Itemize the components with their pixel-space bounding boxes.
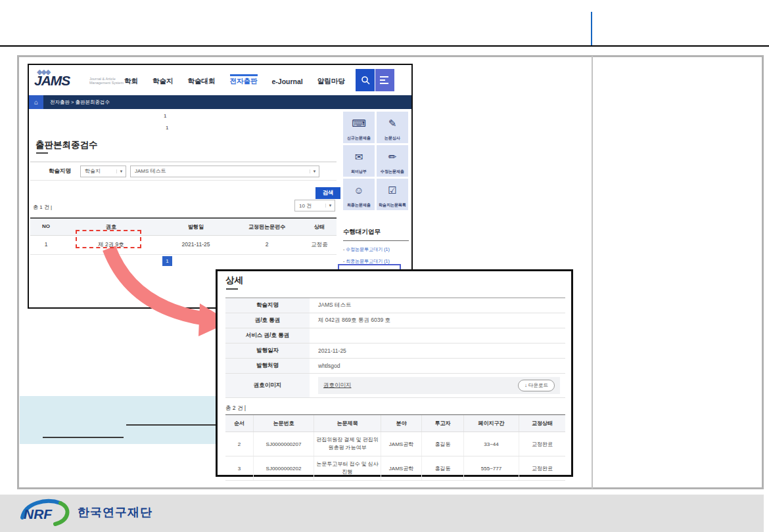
- chevron-down-icon: ▼: [116, 169, 126, 173]
- caret-mark: [591, 12, 592, 45]
- logo-text: JAMS: [34, 74, 70, 87]
- nav-item-notice[interactable]: 알림마당: [317, 74, 345, 86]
- chevron-down-icon: ▼: [310, 169, 319, 173]
- highlight-dashed-box: [76, 230, 141, 248]
- quick-menu: ⌨ 신규논문제출 ✎ 논문심사 ✉ 회비납부 ✏ 수정논문제출 ☺ 최종논문제출…: [343, 112, 410, 210]
- detail-fields-table: 학술지명 JAMS 테스트 권/호 통권 제 042권 869호 통권 6039…: [225, 298, 565, 398]
- keyboard-hand-icon: ⌨: [352, 112, 366, 135]
- tile-final-submission[interactable]: ☺ 최종논문제출: [343, 179, 375, 210]
- tile-new-submission[interactable]: ⌨ 신규논문제출: [343, 112, 375, 143]
- page-canvas: ◆◆◆ JAMS Journal & Article Management Sy…: [0, 0, 769, 532]
- bulb-pencil-icon: ✎: [388, 112, 397, 135]
- frame-column-divider: [592, 56, 593, 489]
- chevron-down-icon: ▼: [325, 204, 335, 208]
- articles-table: 순서 논문번호 논문제목 분야 투고자 페이지구간 교정상태 2 SJ00000…: [225, 414, 565, 481]
- field-service-volume: 서비스 권/호 통권: [225, 328, 565, 344]
- svg-text:NRF: NRF: [24, 506, 53, 521]
- field-publish-date: 발행일자 2021-11-25: [225, 344, 565, 359]
- page-title: 출판본최종검수: [35, 139, 98, 151]
- articles-table-header: 순서 논문번호 논문제목 분야 투고자 페이지구간 교정상태: [225, 414, 565, 432]
- journal-name-label: 학술지명: [49, 167, 71, 175]
- article-count: 총 2 건 |: [225, 405, 246, 412]
- breadcrumb: 전자출판 > 출판본최종검수: [50, 99, 110, 106]
- nav-item-hakhoe[interactable]: 학회: [124, 74, 138, 86]
- nav-item-ejeonjachulpan[interactable]: 전자출판: [230, 74, 258, 86]
- stray-mark-2: 1: [166, 125, 168, 131]
- article-row: 2 SJ0000000207 편집위원장 결제 및 편집위원총평 가능여부 JA…: [225, 432, 565, 456]
- faces-check-icon: ☺: [354, 179, 363, 202]
- pending-tasks: 수행대기업무 -수정논문투고대기 (1) -최종논문투고대기 (1): [343, 228, 409, 265]
- search-icon: [361, 76, 370, 85]
- note-underline-1: [126, 424, 216, 426]
- field-publisher: 발행처명 whtlsgod: [225, 359, 565, 374]
- logo-subtitle: Journal & Article Management System: [89, 77, 124, 85]
- field-volume-issue: 권/호 통권 제 042권 869호 통권 6039 호: [225, 313, 565, 328]
- journal-name-select[interactable]: JAMS 테스트 ▼: [130, 166, 319, 177]
- app-header: ◆◆◆ JAMS Journal & Article Management Sy…: [29, 65, 411, 95]
- stray-mark-1: 1: [164, 113, 166, 119]
- page-size-select[interactable]: 10 건 ▼: [294, 200, 335, 211]
- home-icon[interactable]: ⌂: [29, 95, 43, 109]
- nav-item-haksuldaehoe[interactable]: 학술대회: [188, 74, 216, 86]
- article-row: 3 SJ0000000202 논문투고부터 접수 및 심사 진행 JAMS공학 …: [225, 456, 565, 481]
- title-underline: [36, 152, 48, 154]
- note-underline-2: [43, 437, 124, 438]
- tile-paper-review[interactable]: ✎ 논문심사: [377, 112, 408, 143]
- hamburger-icon: [380, 76, 388, 78]
- popup-title-underline: [226, 288, 238, 290]
- red-arrow: [91, 244, 232, 346]
- result-count: 총 1 건 |: [33, 204, 52, 211]
- checklist-pencil-icon: ☑: [388, 179, 396, 202]
- nav-item-haksulji[interactable]: 학술지: [152, 74, 174, 86]
- search-submit-button[interactable]: 검색: [315, 187, 340, 199]
- journal-type-select[interactable]: 학술지 ▼: [80, 166, 126, 177]
- popup-title: 상세: [225, 275, 243, 286]
- jams-logo[interactable]: ◆◆◆ JAMS: [34, 69, 70, 87]
- file-strip: 권호이미지 ↓ 다운로드: [318, 377, 560, 394]
- nrf-logo: NRF 한국연구재단: [18, 498, 152, 527]
- search-form: 학술지명 학술지 ▼ JAMS 테스트 ▼: [30, 162, 337, 181]
- nrf-swoosh-icon: NRF: [18, 498, 72, 527]
- article-title-link[interactable]: 논문투고부터 접수 및 심사 진행: [314, 456, 381, 480]
- nav-item-ejournal[interactable]: e-Journal: [272, 75, 303, 85]
- tile-revised-submission[interactable]: ✏ 수정논문제출: [377, 145, 408, 177]
- tile-membership-fee[interactable]: ✉ 회비납부: [343, 145, 375, 177]
- pending-task-revised[interactable]: -수정논문투고대기 (1): [343, 246, 409, 253]
- pending-tasks-title: 수행대기업무: [343, 228, 409, 241]
- article-title-link[interactable]: 편집위원장 결제 및 편집위원총평 가능여부: [314, 432, 381, 456]
- footer-org-name: 한국연구재단: [78, 504, 152, 520]
- hamburger-menu-button[interactable]: [375, 69, 394, 91]
- main-nav: 학회 학술지 학술대회 전자출판 e-Journal 알림마당: [124, 65, 345, 95]
- top-divider-line: [0, 45, 769, 47]
- tile-journal-article-list[interactable]: ☑ 학술지논문목록: [377, 179, 408, 210]
- issue-image-link[interactable]: 권호이미지: [323, 382, 352, 389]
- paper-quill-icon: ✉: [355, 145, 363, 169]
- detail-popup: 상세 학술지명 JAMS 테스트 권/호 통권 제 042권 869호 통권 6…: [216, 269, 573, 477]
- memo-pencil-icon: ✏: [388, 145, 397, 169]
- search-button[interactable]: [356, 69, 375, 91]
- download-button[interactable]: ↓ 다운로드: [518, 380, 555, 391]
- field-journal-name: 학술지명 JAMS 테스트: [225, 298, 565, 313]
- breadcrumb-bar: ⌂ 전자출판 > 출판본최종검수: [29, 95, 411, 109]
- field-issue-image: 권호이미지 권호이미지 ↓ 다운로드: [225, 374, 565, 398]
